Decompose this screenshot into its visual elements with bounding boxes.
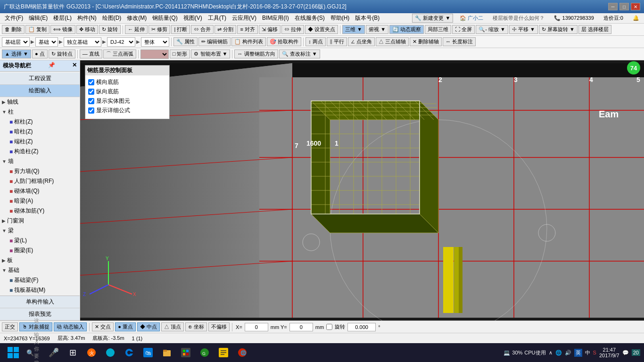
cb-solid[interactable] — [88, 98, 94, 104]
nav-drawing-input[interactable]: 绘图输入 — [0, 85, 80, 97]
snap-endpoint[interactable]: ● 重点 — [115, 322, 136, 331]
tree-axis[interactable]: ▶轴线 — [0, 97, 80, 107]
rotate-checkbox[interactable] — [326, 324, 332, 330]
tree-column[interactable]: ▼柱 — [0, 107, 80, 117]
tree-shear-wall[interactable]: ■ 剪力墙(Q) — [0, 166, 80, 176]
arc-tool[interactable]: ⌒ 三点画弧 — [103, 49, 136, 58]
checkbox-longitudinal[interactable]: 纵向底筋 — [88, 88, 166, 96]
fullscreen-btn[interactable]: ⛶ 全屏 — [452, 25, 475, 34]
snap-vertex[interactable]: △ 顶点 — [161, 322, 184, 331]
snap-dynamic[interactable]: 动 动态输入 — [54, 322, 87, 331]
local-3d-btn[interactable]: 局部三维 — [425, 25, 451, 34]
select-tool[interactable]: ▲ 选择 ▼ — [2, 49, 31, 58]
angle-btn[interactable]: ∠ 点坐角 — [348, 37, 375, 46]
layer-select[interactable]: 基础层 — [2, 37, 30, 47]
tree-masonry-wall[interactable]: ■ 砌体墙(Q) — [0, 186, 80, 196]
x-input[interactable] — [245, 323, 268, 331]
menu-edit[interactable]: 编辑(E) — [26, 13, 50, 23]
merge-btn[interactable]: ⇔ 合并 — [191, 25, 214, 34]
line-tool[interactable]: — 直线 — [80, 49, 102, 58]
input-method[interactable]: 英 — [574, 349, 582, 357]
restore-button[interactable]: □ — [619, 3, 629, 10]
snap-intersection[interactable]: ✕ 交点 — [92, 322, 114, 331]
pick-component-btn[interactable]: 🎯 拾取构件 — [267, 37, 301, 46]
checkbox-transverse[interactable]: 横向底筋 — [88, 78, 166, 86]
grip-btn[interactable]: ◆ 设置夹点 — [305, 25, 338, 34]
tree-foundation[interactable]: ▼基础 — [0, 265, 80, 275]
view-select[interactable]: 整体 — [141, 37, 169, 47]
stretch-btn[interactable]: ⇔ 拉伸 — [281, 25, 304, 34]
cortana-icon[interactable]: 🎤 — [45, 344, 62, 361]
tree-beam-l[interactable]: ■ 梁(L) — [0, 236, 80, 246]
cb-longitudinal[interactable] — [88, 89, 94, 95]
menu-component[interactable]: 构件(N) — [74, 13, 99, 23]
rotate-btn[interactable]: ↻ 旋转 — [99, 25, 121, 34]
ime-icon[interactable]: 中 — [585, 349, 590, 356]
tree-opening[interactable]: ▶门窗洞 — [0, 216, 80, 226]
check-label-btn[interactable]: 🔍 查改标注 ▼ — [279, 49, 320, 58]
trim-btn[interactable]: ✂ 修剪 — [149, 25, 170, 34]
checkbox-solid[interactable]: 显示实体图元 — [88, 97, 166, 105]
view-btn[interactable]: 俯视 ▼ — [366, 25, 388, 34]
rect-tool[interactable]: □ 矩形 — [170, 49, 190, 58]
tree-civil-wall[interactable]: ■ 人防门框墙(RF) — [0, 176, 80, 186]
menu-rebar[interactable]: 钢筋量(Q) — [149, 13, 180, 23]
rotate-point-tool[interactable]: ↻ 旋转点 — [49, 49, 75, 58]
nav-pin[interactable]: 📌 — [48, 62, 55, 70]
3d-viewport[interactable]: 74 — [80, 60, 644, 321]
split-btn[interactable]: ⇌ 分割 — [215, 25, 236, 34]
menu-bim[interactable]: BIM应用(I) — [259, 13, 292, 23]
app-icon-browser2[interactable]: 🌐 — [234, 344, 251, 361]
app-icon-edge[interactable] — [121, 344, 138, 361]
select-floor-btn[interactable]: 层 选择楼层 — [578, 25, 611, 34]
align-btn[interactable]: ≡ 对齐 — [237, 25, 257, 34]
minimize-button[interactable]: ─ — [608, 3, 618, 10]
menu-modify[interactable]: 修改(M) — [124, 13, 149, 23]
zoom-out-btn[interactable]: 🔍- 缩放 ▼ — [476, 25, 508, 34]
app-icon-game[interactable]: G — [196, 344, 213, 361]
app-icon-store[interactable]: 🛍 — [140, 344, 157, 361]
close-button[interactable]: ✕ — [631, 3, 640, 10]
3d-btn[interactable]: 三维 ▼ — [342, 25, 365, 34]
tree-raft[interactable]: ■ 筏板基础(M) — [0, 285, 80, 295]
snap-orthogonal[interactable]: 正交 — [2, 322, 18, 331]
taskview-icon[interactable]: ⊞ — [64, 344, 81, 361]
tree-wall[interactable]: ▼墙 — [0, 156, 80, 166]
tree-struct-col[interactable]: ■ 构造柱(Z) — [0, 147, 80, 156]
checkbox-formula[interactable]: 显示详细公式 — [88, 107, 166, 115]
property-btn[interactable]: 🔧 属性 — [173, 37, 198, 46]
menu-cloud[interactable]: 云应用(V) — [229, 13, 259, 23]
clock[interactable]: 21:47 2017/9/7 — [599, 347, 619, 358]
menu-service[interactable]: 在线服务(S) — [292, 13, 328, 23]
nav-close[interactable]: ✕ — [72, 62, 77, 70]
parallel-btn[interactable]: ∥ 平行 — [327, 37, 347, 46]
network-icon[interactable]: 🌐 — [555, 350, 562, 356]
search-taskbar[interactable]: 🔍 在这里输入你要搜索的内容 — [26, 344, 43, 361]
offset-btn[interactable]: ⇲ 偏移 — [259, 25, 281, 34]
tree-masonry-rebar[interactable]: ■ 砌体加筋(Y) — [0, 206, 80, 216]
snap-coord[interactable]: ⊕ 坐标 — [185, 322, 207, 331]
nav-engineering-setup[interactable]: 工程设置 — [0, 73, 80, 85]
copy-btn[interactable]: 📋 复制 — [25, 25, 50, 34]
tree-hidden-beam[interactable]: ■ 暗梁(A) — [0, 196, 80, 206]
element-select[interactable]: 独立基础 — [64, 37, 101, 47]
new-change-btn[interactable]: 🔧 新建变更 ▼ — [412, 14, 453, 23]
break-btn[interactable]: | 打断 — [171, 25, 190, 34]
adjust-dir-btn[interactable]: ↔ 调整钢筋方向 — [234, 49, 278, 58]
rotate-input[interactable] — [347, 323, 376, 331]
tree-found-beam[interactable]: ■ 基础梁(F) — [0, 275, 80, 285]
screen-rotate-btn[interactable]: ↻ 屏幕旋转 ▼ — [539, 25, 578, 34]
tray-expand[interactable]: ∧ — [549, 350, 553, 356]
app-icon-note[interactable] — [215, 344, 232, 361]
menu-help[interactable]: 帮助(H) — [328, 13, 353, 23]
menu-floor[interactable]: 楼层(L) — [50, 13, 74, 23]
app-icon-6[interactable] — [177, 344, 194, 361]
menu-tools[interactable]: 工具(T) — [205, 13, 229, 23]
menu-version[interactable]: 版本号(B) — [352, 13, 382, 23]
two-point-btn[interactable]: ↕ 两点 — [305, 37, 326, 46]
tree-frame-col[interactable]: ■ 框柱(Z) — [0, 117, 80, 127]
delete-btn[interactable]: 🗑 删除 — [2, 25, 25, 34]
cb-transverse[interactable] — [88, 79, 94, 85]
smart-layout-btn[interactable]: ⚙ 智能布置 ▼ — [191, 49, 230, 58]
menu-file[interactable]: 文件(F) — [2, 13, 26, 23]
